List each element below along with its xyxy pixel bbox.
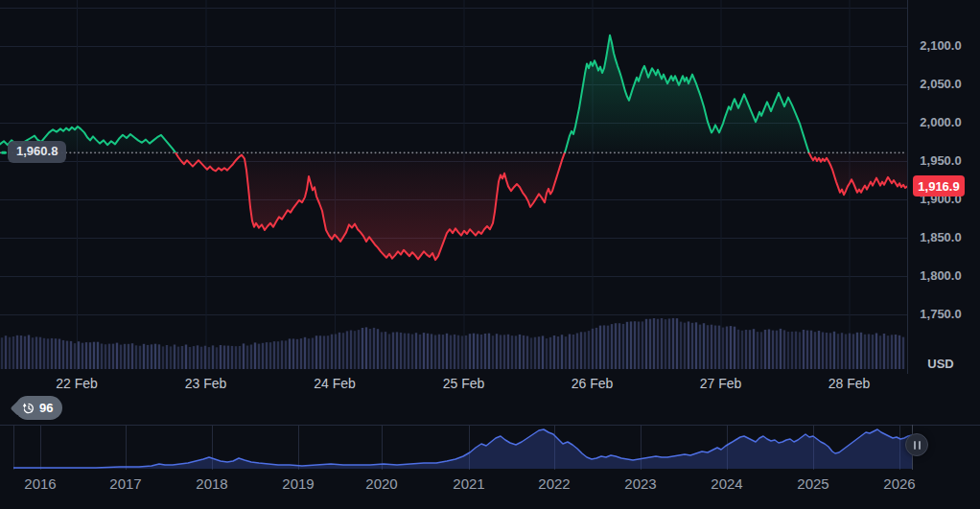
bars-count-badge[interactable]: 96 [15,396,62,420]
year-tick-label: 2025 [797,475,828,492]
price-tick-label: 1,950.0 [907,153,974,168]
year-tick-label: 2023 [624,475,656,492]
date-tick-label: 28 Feb [828,376,871,391]
price-tick-label: 2,100.0 [907,38,974,53]
date-tick-label: 27 Feb [700,376,742,391]
chart-canvas[interactable] [0,0,980,509]
date-tick-label: 25 Feb [443,376,485,391]
series-start-marker [1,151,7,154]
date-tick-label: 26 Feb [572,376,614,391]
currency-label: USD [907,357,974,371]
bars-count-value: 96 [39,401,53,415]
year-tick-label: 2024 [711,475,742,492]
price-tick-label: 1,850.0 [907,230,974,244]
year-tick-label: 2018 [196,475,227,492]
price-tick-label: 1,800.0 [907,268,974,283]
pause-bars-icon [914,441,916,450]
clock-history-icon [22,402,35,415]
year-tick-label: 2026 [883,475,915,492]
trading-chart-widget: 2,100.02,050.02,000.01,950.01,900.01,850… [0,0,980,509]
year-tick-label: 2017 [109,475,141,492]
year-tick-label: 2020 [365,475,397,492]
last-price-badge: 1,916.9 [913,175,965,197]
year-tick-label: 2022 [538,475,570,492]
navigator-range-handle[interactable] [905,433,928,456]
year-tick-label: 2021 [453,475,484,492]
year-tick-label: 2016 [24,475,56,492]
price-tick-label: 1,750.0 [907,307,974,321]
date-tick-label: 24 Feb [314,376,356,391]
navigator-area [13,429,912,469]
date-tick-label: 22 Feb [56,376,98,391]
price-tick-label: 2,050.0 [907,77,974,91]
date-tick-label: 23 Feb [185,376,227,391]
baseline-price-label: 1,960.8 [8,141,66,163]
year-tick-label: 2019 [282,475,314,492]
price-tick-label: 2,000.0 [907,115,974,129]
volume-histogram [1,318,904,369]
